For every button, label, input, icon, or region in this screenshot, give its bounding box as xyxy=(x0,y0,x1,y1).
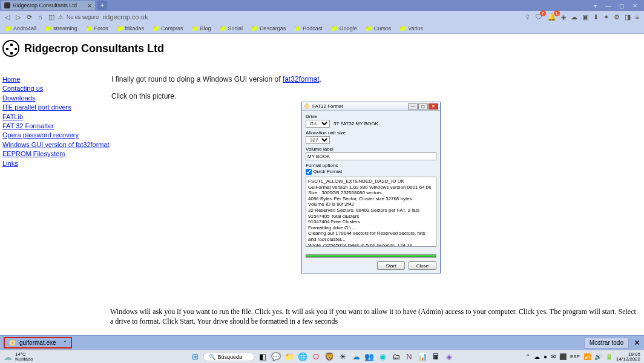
onedrive-tray-icon[interactable]: ☁ xyxy=(534,353,540,360)
start-button[interactable]: Start xyxy=(377,261,405,270)
easy-setup-icon[interactable]: ⚙ xyxy=(614,13,620,21)
onenote-icon[interactable]: N xyxy=(404,352,415,362)
nav-link[interactable]: FAT 32 Formatter xyxy=(2,122,111,131)
opera-icon[interactable]: O xyxy=(311,352,321,362)
site-title: Ridgecrop Consultants Ltd xyxy=(24,42,164,55)
bookmark-folder[interactable]: Google xyxy=(331,25,357,31)
bookmark-folder[interactable]: streaming xyxy=(45,25,77,31)
browser-tab[interactable]: Ridgecrop Consultants Ltd ✕ xyxy=(1,1,95,10)
bookmark-folder[interactable]: Foros xyxy=(86,25,108,31)
nav-link[interactable]: Contacting us xyxy=(2,84,111,93)
forward-button[interactable]: ▷ xyxy=(16,13,21,21)
close-button[interactable]: ✕ xyxy=(429,103,438,110)
sidebar-icon[interactable]: ◨ xyxy=(625,13,631,21)
adblock-icon[interactable]: 🛡 xyxy=(535,13,542,21)
bookmark-folder[interactable]: frikadas xyxy=(117,25,145,31)
app-icon[interactable]: ✳ xyxy=(338,352,348,362)
chrome-icon[interactable]: 🌐 xyxy=(298,352,308,362)
back-button[interactable]: ◁ xyxy=(5,13,10,21)
nav-link[interactable]: Opera password recovery xyxy=(2,131,111,140)
vpn-icon[interactable]: ◈ xyxy=(561,13,566,21)
nav-link[interactable]: Windows GUI version of fat32format xyxy=(2,140,111,149)
download-item[interactable]: 📀 guiformat.exe ⌃ xyxy=(4,337,72,348)
show-all-downloads[interactable]: Mostrar todo xyxy=(584,337,629,348)
bookmark-folder[interactable]: Varios xyxy=(399,25,423,31)
network-icon[interactable]: 📶 xyxy=(583,353,591,360)
volume-label-input[interactable] xyxy=(306,152,436,160)
task-view-icon[interactable]: ◧ xyxy=(258,352,268,362)
close-shelf-icon[interactable]: ✕ xyxy=(634,338,640,347)
fat32format-link[interactable]: fat32format xyxy=(283,75,320,83)
calculator-icon[interactable]: 🖩 xyxy=(431,352,441,362)
app-icon[interactable]: 📊 xyxy=(418,352,428,362)
alloc-select[interactable]: 32768 xyxy=(306,136,330,144)
bookmark-folder[interactable]: Podcast xyxy=(294,25,323,31)
battery-icon[interactable]: 🔋 xyxy=(605,353,613,360)
quick-format-checkbox[interactable] xyxy=(306,169,312,175)
chevron-down-icon[interactable]: ▾ xyxy=(591,2,599,9)
sidebar-toggle-icon[interactable]: ◫ xyxy=(48,13,54,21)
maximize-icon[interactable]: ◻ xyxy=(617,2,626,9)
reload-button[interactable]: ⟳ xyxy=(27,13,32,21)
teams-icon[interactable]: 👥 xyxy=(364,352,375,362)
app-icon[interactable]: ◉ xyxy=(378,352,388,362)
explorer-icon[interactable]: 📁 xyxy=(284,352,295,362)
notification-icon[interactable]: 🔔 xyxy=(547,13,556,21)
url-text[interactable]: ridgecrop.co.uk xyxy=(102,13,148,21)
mail-icon[interactable]: ✉ xyxy=(551,353,556,360)
bookmark-folder[interactable]: Social xyxy=(220,25,243,31)
nav-link[interactable]: Home xyxy=(2,75,111,84)
app-icon: 📀 xyxy=(304,103,310,109)
volume-icon[interactable]: 🔊 xyxy=(594,353,602,360)
chevron-up-icon[interactable]: ⌃ xyxy=(525,353,530,360)
brave-icon[interactable]: 🦁 xyxy=(324,352,335,362)
drive-select[interactable]: G:\ xyxy=(306,120,330,128)
start-button[interactable]: ⊞ xyxy=(190,352,200,362)
weather-ext-icon[interactable]: ☁ xyxy=(571,13,577,21)
close-app-button[interactable]: Close xyxy=(409,261,436,270)
new-tab-button[interactable]: + xyxy=(97,1,107,10)
drive-description: 3T FAT32 MY BOOK xyxy=(334,121,378,126)
bookmark-folder[interactable]: Andro4all xyxy=(5,25,36,31)
wallet-icon[interactable]: ▣ xyxy=(582,13,588,21)
insecure-icon[interactable]: ⚠ xyxy=(58,14,63,20)
share-icon[interactable]: ⇪ xyxy=(525,13,530,21)
language-indicator[interactable]: ESP xyxy=(570,354,580,359)
weather-widget[interactable]: ☁ 14°CNublado xyxy=(4,352,33,362)
sidebar-nav: Home Contacting us Downloads ITE paralle… xyxy=(2,75,111,168)
menu-icon[interactable]: ≡ xyxy=(636,13,639,21)
tray-icon[interactable]: ⬛ xyxy=(559,353,567,360)
nav-link[interactable]: Downloads xyxy=(2,94,111,103)
body-text: I finally got round to doing a Windows G… xyxy=(111,75,283,83)
nav-link[interactable]: Links xyxy=(2,159,111,168)
bookmark-folder[interactable]: Compras xyxy=(153,25,183,31)
tab-title: Ridgecrop Consultants Ltd xyxy=(13,2,77,8)
onedrive-icon[interactable]: ☁ xyxy=(351,352,361,362)
close-window-icon[interactable]: ✕ xyxy=(631,2,639,9)
extensions-icon[interactable]: ✦ xyxy=(603,13,609,21)
alloc-label: Allocation unit size xyxy=(306,130,436,136)
close-tab-icon[interactable]: ✕ xyxy=(87,2,92,9)
bookmark-folder[interactable]: Blog xyxy=(192,25,211,31)
chevron-up-icon[interactable]: ⌃ xyxy=(63,340,67,345)
nav-link[interactable]: FATLib xyxy=(2,113,111,122)
search-icon: 🔍 xyxy=(209,354,215,360)
minimize-button[interactable]: — xyxy=(408,103,418,110)
site-logo xyxy=(2,40,19,57)
maximize-button[interactable]: ◻ xyxy=(418,103,428,110)
home-button[interactable]: ⌂ xyxy=(38,13,42,21)
tray-icon[interactable]: ● xyxy=(544,353,547,360)
downloads-icon[interactable]: ⬇ xyxy=(593,13,599,21)
nav-link[interactable]: EEPROM Filesystem xyxy=(2,149,111,159)
minimize-icon[interactable]: — xyxy=(604,2,613,9)
bookmark-folder[interactable]: Cursos xyxy=(366,25,392,31)
download-filename: guiformat.exe xyxy=(19,339,56,346)
nav-link[interactable]: ITE parallel port drivers xyxy=(2,103,111,112)
chat-icon[interactable]: 💬 xyxy=(271,352,281,362)
favicon xyxy=(4,2,10,8)
bookmark-folder[interactable]: Descargas xyxy=(251,25,286,31)
app-icon[interactable]: ◈ xyxy=(444,352,455,362)
search-bar[interactable]: 🔍Búsqueda xyxy=(203,353,255,361)
explorer-icon[interactable]: 🗂 xyxy=(391,352,401,362)
clock[interactable]: 19:0514/12/2022 xyxy=(616,352,640,362)
